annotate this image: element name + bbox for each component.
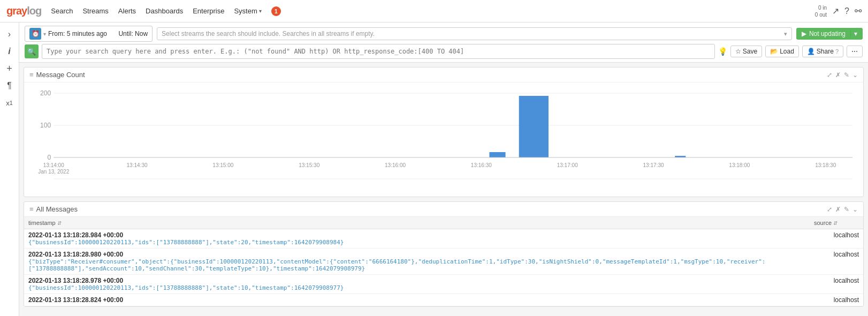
load-button[interactable]: 📂 Load bbox=[765, 46, 799, 57]
play-icon: ▶ bbox=[802, 30, 806, 37]
chevron-down-icon[interactable]: ⌄ bbox=[852, 71, 858, 79]
search-top-row: ⏰ ▾ From: 5 minutes ago Until: Now Selec… bbox=[25, 26, 863, 42]
sidebar-add-btn[interactable]: + bbox=[2, 61, 17, 76]
update-button[interactable]: ▶ Not updating ▾ bbox=[796, 28, 863, 40]
timestamp-sort-icon[interactable]: ⇵ bbox=[57, 220, 62, 226]
msg-body-1[interactable]: {"businessId":100000120220113,"ids":["13… bbox=[28, 239, 805, 246]
search-input[interactable] bbox=[42, 44, 715, 59]
search-magnify-icon: 🔍 bbox=[27, 48, 36, 56]
nav-streams[interactable]: Streams bbox=[82, 7, 108, 15]
nav-dashboards[interactable]: Dashboards bbox=[146, 7, 183, 15]
nav-alerts[interactable]: Alerts bbox=[118, 7, 136, 15]
time-caret-icon: ▾ bbox=[43, 31, 46, 37]
msg-body-3[interactable]: {"businessId":100000120220113,"ids":["13… bbox=[28, 284, 805, 291]
messages-section: ≡ All Messages ⤢ ✗ ✎ ⌄ timestamp ⇵ bbox=[24, 201, 864, 307]
io-out: 0 out bbox=[815, 11, 827, 18]
msg-source-1: localhost bbox=[810, 229, 863, 249]
messages-chevron-icon[interactable]: ⌄ bbox=[852, 206, 858, 213]
svg-text:13:16:00: 13:16:00 bbox=[385, 162, 406, 168]
msg-source-3: localhost bbox=[810, 275, 863, 294]
sidebar-subscript-btn[interactable]: x1 bbox=[2, 95, 17, 110]
table-row: 2022-01-13 13:18:28.824 +00:00 localhost bbox=[24, 294, 863, 306]
external-link-icon[interactable]: ↗ bbox=[832, 6, 839, 16]
stream-select-caret: ▾ bbox=[784, 31, 787, 37]
expand-icon[interactable]: ⤢ bbox=[827, 71, 832, 79]
search-bottom-row: 🔍 💡 ☆ Save 📂 Load 👤 Share bbox=[25, 44, 863, 59]
folder-icon: 📂 bbox=[770, 48, 778, 55]
stream-select-placeholder: Select streams the search should include… bbox=[162, 30, 375, 37]
messages-table: timestamp ⇵ source ⇵ 2022-01-13 13:18:28… bbox=[24, 217, 863, 306]
time-until-label: Until: Now bbox=[118, 30, 148, 37]
messages-title: ≡ All Messages bbox=[29, 205, 78, 213]
messages-actions: ⤢ ✗ ✎ ⌄ bbox=[827, 206, 858, 213]
sidebar-collapse-btn[interactable]: › bbox=[2, 27, 17, 42]
nav-system[interactable]: System bbox=[234, 7, 257, 15]
svg-text:13:17:30: 13:17:30 bbox=[643, 162, 664, 168]
col-source: source ⇵ bbox=[810, 217, 863, 229]
msg-body-2[interactable]: {"bizType":"Receiver#consumer","object":… bbox=[28, 258, 805, 272]
more-icon: ⋯ bbox=[851, 48, 858, 55]
msg-source-2: localhost bbox=[810, 249, 863, 275]
save-label: Save bbox=[743, 48, 757, 55]
system-caret-icon: ▾ bbox=[259, 8, 262, 14]
col-timestamp-label: timestamp bbox=[28, 220, 56, 226]
table-row: 2022-01-13 13:18:28.978 +00:00 {"busines… bbox=[24, 275, 863, 294]
sidebar-para-btn[interactable]: ¶ bbox=[2, 78, 17, 93]
logo: graylog bbox=[6, 5, 41, 17]
svg-text:Jan 13, 2022: Jan 13, 2022 bbox=[38, 169, 69, 175]
nav-search[interactable]: Search bbox=[51, 7, 73, 15]
msg-cell-4: 2022-01-13 13:18:28.824 +00:00 bbox=[24, 294, 810, 306]
source-sort-icon[interactable]: ⇵ bbox=[833, 220, 837, 226]
col-source-label: source bbox=[814, 220, 832, 226]
messages-body: 2022-01-13 13:18:28.984 +00:00 {"busines… bbox=[24, 229, 863, 306]
edit-icon[interactable]: ✎ bbox=[844, 71, 849, 79]
msg-cell-1: 2022-01-13 13:18:28.984 +00:00 {"busines… bbox=[24, 229, 810, 249]
io-in: 0 in bbox=[815, 4, 827, 11]
time-from-label: From: 5 minutes ago bbox=[48, 30, 107, 37]
save-button[interactable]: ☆ Save bbox=[730, 46, 762, 57]
svg-rect-7 bbox=[489, 152, 505, 157]
share-label: Share bbox=[817, 48, 834, 55]
search-actions: 💡 ☆ Save 📂 Load 👤 Share ? bbox=[718, 46, 863, 57]
settings-icon[interactable]: ⚯ bbox=[855, 6, 862, 16]
messages-edit-icon[interactable]: ✎ bbox=[844, 206, 849, 213]
update-caret-icon[interactable]: ▾ bbox=[850, 30, 857, 37]
chart-header: ≡ Message Count ⤢ ✗ ✎ ⌄ bbox=[24, 67, 863, 82]
table-row: 2022-01-13 13:18:28.980 +00:00 {"bizType… bbox=[24, 249, 863, 275]
svg-rect-8 bbox=[519, 96, 549, 157]
topnav-right: 0 in 0 out ↗ ? ⚯ bbox=[815, 4, 862, 18]
table-row: 2022-01-13 13:18:28.984 +00:00 {"busines… bbox=[24, 229, 863, 249]
search-execute-button[interactable]: 🔍 bbox=[25, 44, 39, 58]
more-button[interactable]: ⋯ bbox=[847, 46, 863, 57]
svg-text:100: 100 bbox=[40, 122, 51, 129]
msg-cell-2: 2022-01-13 13:18:28.980 +00:00 {"bizType… bbox=[24, 249, 810, 275]
msg-timestamp-1: 2022-01-13 13:18:28.984 +00:00 bbox=[28, 231, 805, 239]
messages-close-icon[interactable]: ✗ bbox=[835, 206, 841, 213]
messages-header: ≡ All Messages ⤢ ✗ ✎ ⌄ bbox=[24, 202, 863, 217]
share-button[interactable]: 👤 Share ? bbox=[802, 46, 843, 57]
svg-text:13:17:00: 13:17:00 bbox=[557, 162, 578, 168]
col-timestamp: timestamp ⇵ bbox=[24, 217, 810, 229]
close-icon[interactable]: ✗ bbox=[835, 71, 841, 79]
search-area: ⏰ ▾ From: 5 minutes ago Until: Now Selec… bbox=[19, 22, 868, 63]
sidebar-info-btn[interactable]: i bbox=[2, 44, 17, 59]
chart-title: ≡ Message Count bbox=[29, 71, 85, 79]
bulb-icon[interactable]: 💡 bbox=[718, 47, 727, 56]
nav-badge: 1 bbox=[271, 6, 281, 16]
msg-source-4: localhost bbox=[810, 294, 863, 306]
stream-select[interactable]: Select streams the search should include… bbox=[157, 27, 792, 40]
load-label: Load bbox=[780, 48, 794, 55]
top-nav: graylog Search Streams Alerts Dashboards… bbox=[0, 0, 868, 22]
nav-system-menu[interactable]: System ▾ bbox=[234, 7, 261, 15]
svg-text:13:18:00: 13:18:00 bbox=[729, 162, 750, 168]
star-icon: ☆ bbox=[735, 48, 741, 55]
message-count-chart: 200 100 0 13:14:00 Jan 13, 2022 13:14 bbox=[29, 88, 858, 195]
time-range-button[interactable]: ⏰ ▾ From: 5 minutes ago Until: Now bbox=[25, 26, 153, 42]
svg-text:13:15:00: 13:15:00 bbox=[212, 162, 234, 168]
nav-enterprise[interactable]: Enterprise bbox=[193, 7, 224, 15]
chart-actions: ⤢ ✗ ✎ ⌄ bbox=[827, 71, 858, 79]
messages-expand-icon[interactable]: ⤢ bbox=[827, 206, 832, 213]
person-icon: 👤 bbox=[807, 48, 815, 55]
help-icon[interactable]: ? bbox=[844, 6, 849, 16]
svg-text:13:18:30: 13:18:30 bbox=[815, 162, 836, 168]
